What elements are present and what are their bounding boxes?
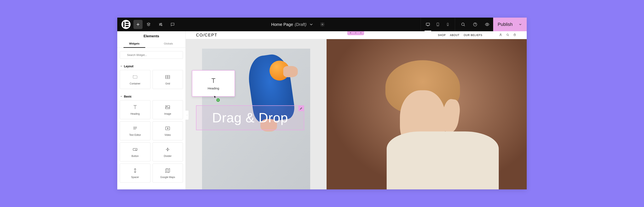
cart-icon[interactable] xyxy=(513,33,516,37)
widget-spacer[interactable]: Spacer xyxy=(120,164,150,183)
svg-point-10 xyxy=(438,25,438,26)
close-icon[interactable] xyxy=(360,32,362,34)
top-bar-center: Home Page (Draft) xyxy=(178,17,418,31)
site-nav: SHOP ABOUT OUR BELIEFS xyxy=(438,33,516,37)
cursor-icon xyxy=(214,95,217,99)
chevron-down-icon[interactable] xyxy=(308,17,314,31)
svg-point-5 xyxy=(160,24,160,25)
widget-grid[interactable]: Grid xyxy=(152,70,183,89)
add-section-icon[interactable] xyxy=(349,32,352,34)
device-switcher xyxy=(423,17,453,31)
caret-down-icon xyxy=(120,95,122,97)
drop-target[interactable]: Drag & Drop xyxy=(196,105,304,130)
tab-widgets[interactable]: Widgets xyxy=(117,40,152,48)
add-element-button[interactable] xyxy=(134,20,142,29)
sidebar-title: Elements xyxy=(117,31,186,40)
section-basic-label: Basic xyxy=(124,95,132,98)
svg-rect-1 xyxy=(126,22,129,23)
section-layout-header[interactable]: Layout xyxy=(117,61,186,70)
sidebar: Elements Widgets Globals Layout Containe… xyxy=(117,31,186,190)
svg-point-20 xyxy=(166,106,167,107)
tab-globals[interactable]: Globals xyxy=(152,40,186,48)
hero-left: Drag & Drop Heading + xyxy=(186,39,326,190)
edit-element-icon[interactable] xyxy=(298,106,304,111)
widget-google-maps[interactable]: Google Maps xyxy=(152,164,183,183)
svg-rect-3 xyxy=(126,26,129,27)
chevron-down-icon xyxy=(518,22,522,26)
svg-point-7 xyxy=(322,24,323,25)
svg-point-29 xyxy=(500,34,501,35)
widget-divider[interactable]: Divider xyxy=(152,142,183,162)
publish-button[interactable]: Publish xyxy=(493,17,527,31)
svg-rect-2 xyxy=(126,24,129,25)
nav-shop[interactable]: SHOP xyxy=(438,34,446,37)
canvas-content: Drag & Drop Heading + xyxy=(186,39,527,190)
heading-icon xyxy=(210,77,217,84)
help-icon[interactable] xyxy=(469,17,481,31)
svg-point-30 xyxy=(506,34,508,35)
publish-label: Publish xyxy=(498,22,513,27)
sidebar-tabs: Widgets Globals xyxy=(117,40,186,48)
structure-icon[interactable] xyxy=(142,17,154,31)
preview-icon[interactable] xyxy=(481,17,493,31)
search-icon[interactable] xyxy=(506,33,509,37)
page-title: Home Page xyxy=(271,22,293,27)
nav-beliefs[interactable]: OUR BELIEFS xyxy=(464,34,482,37)
page-settings-icon[interactable] xyxy=(319,17,326,31)
svg-point-13 xyxy=(462,23,464,26)
search-icon[interactable] xyxy=(457,17,469,31)
page-status: (Draft) xyxy=(295,22,306,27)
device-tablet[interactable] xyxy=(433,17,443,31)
drop-plus-icon: + xyxy=(216,98,220,102)
app-window: Home Page (Draft) xyxy=(117,17,527,190)
section-basic-header[interactable]: Basic xyxy=(117,91,186,100)
hero-image-right xyxy=(326,39,527,190)
svg-rect-8 xyxy=(426,23,430,25)
device-desktop[interactable] xyxy=(423,17,433,31)
svg-point-25 xyxy=(356,32,356,32)
device-mobile[interactable] xyxy=(443,17,453,31)
svg-point-12 xyxy=(448,25,448,26)
svg-point-4 xyxy=(161,23,162,24)
top-bar: Home Page (Draft) xyxy=(117,17,527,31)
nav-about[interactable]: ABOUT xyxy=(450,34,460,37)
comments-icon[interactable] xyxy=(166,17,178,31)
search-widget-input[interactable] xyxy=(120,51,183,59)
widget-image[interactable]: Image xyxy=(152,100,183,119)
brand-logo[interactable]: CO/CEPT xyxy=(196,33,217,37)
collapse-sidebar-button[interactable] xyxy=(186,110,189,120)
section-layout-label: Layout xyxy=(124,65,134,68)
widget-container[interactable]: Container xyxy=(120,70,150,89)
drag-preview-heading[interactable]: Heading xyxy=(192,70,235,97)
svg-rect-17 xyxy=(133,76,137,78)
drag-handle-icon[interactable] xyxy=(354,32,357,34)
user-icon[interactable] xyxy=(499,33,502,37)
drag-preview-label: Heading xyxy=(208,87,219,90)
top-bar-left xyxy=(117,17,178,31)
main: Elements Widgets Globals Layout Containe… xyxy=(117,31,527,190)
widget-button[interactable]: Button xyxy=(120,142,150,162)
settings-sliders-icon[interactable] xyxy=(154,17,166,31)
svg-point-24 xyxy=(356,32,356,32)
svg-point-15 xyxy=(486,24,488,25)
hero-right xyxy=(326,39,527,190)
svg-rect-0 xyxy=(123,22,124,27)
section-toolbar xyxy=(347,31,364,35)
drop-target-text: Drag & Drop xyxy=(212,110,288,125)
elementor-logo[interactable] xyxy=(122,20,130,29)
canvas: CO/CEPT SHOP ABOUT OUR BELIEFS xyxy=(186,31,527,190)
widget-heading[interactable]: Heading xyxy=(120,100,150,119)
widget-video[interactable]: Video xyxy=(152,121,183,140)
caret-down-icon xyxy=(120,65,122,67)
widget-text-editor[interactable]: Text Editor xyxy=(120,121,150,140)
